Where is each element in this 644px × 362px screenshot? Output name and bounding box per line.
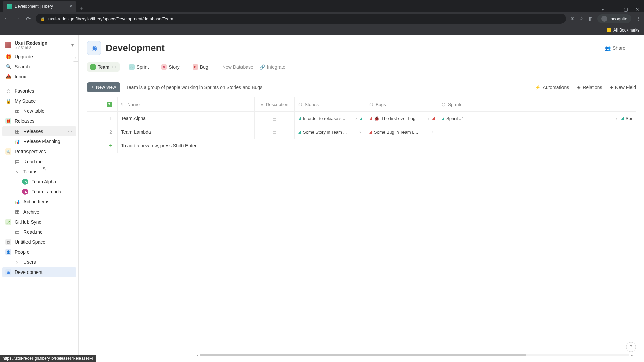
sidebar-item-teams-folder[interactable]: ▿Teams	[2, 167, 76, 177]
table-row[interactable]: 1 Team Alpha ▤ In order to release s... …	[87, 112, 636, 125]
sidebar-item-archive[interactable]: ▦Archive	[2, 207, 76, 217]
sidebar: ‹ Uxui Redesign ea131bb8 ▾ 🎁Upgrade 🔍Sea…	[0, 35, 79, 362]
cell-description[interactable]: ▤	[255, 125, 295, 139]
close-tab-icon[interactable]: ×	[69, 3, 72, 9]
db-tab-story[interactable]: SStory	[158, 62, 183, 72]
cell-name[interactable]: Team Lambda	[118, 125, 255, 139]
sidebar-item-untitled-space[interactable]: ◻Untitled Space	[2, 237, 76, 247]
horizontal-scrollbar[interactable]: ◂ ▸	[195, 353, 634, 357]
chevron-down-icon[interactable]: ▾	[71, 42, 74, 48]
table-row[interactable]: 2 Team Lambda ▤ Some Story in Team ... ›…	[87, 125, 636, 139]
sidebar-item-development[interactable]: ◉Development	[2, 267, 76, 277]
page-icon[interactable]: ◉	[87, 41, 101, 55]
db-tab-bug[interactable]: BBug	[189, 62, 212, 72]
col-index[interactable]: T	[87, 97, 118, 111]
col-bugs[interactable]: ⬡Bugs	[366, 97, 438, 111]
browser-tab[interactable]: Development | Fibery ×	[3, 1, 76, 12]
sidebar-item-users[interactable]: ▹Users	[2, 257, 76, 267]
bookmark-folder-icon	[607, 28, 611, 32]
kebab-menu-icon[interactable]: ⋮	[636, 16, 641, 21]
sidebar-item-people[interactable]: 👤People	[2, 247, 76, 257]
chevron-right-icon[interactable]: ›	[358, 129, 362, 135]
sidebar-item-action-items[interactable]: 📊Action Items	[2, 197, 76, 207]
chevron-right-icon[interactable]: ›	[614, 116, 619, 121]
col-name[interactable]: ͲName	[118, 97, 255, 111]
workspace-switcher[interactable]: Uxui Redesign ea131bb8 ▾	[2, 38, 76, 52]
minimize-icon[interactable]: —	[611, 7, 616, 12]
all-bookmarks-button[interactable]: All Bookmarks	[613, 28, 639, 33]
sidebar-item-new-table[interactable]: ▦New table	[2, 106, 76, 116]
sidebar-item-github-sync[interactable]: ⎇GitHub Sync	[2, 217, 76, 227]
sidebar-item-my-space[interactable]: 🔒My Space	[2, 96, 76, 106]
page-title[interactable]: Development	[106, 43, 165, 53]
triangle-icon	[442, 117, 444, 120]
lock-icon: 🔒	[5, 98, 11, 104]
scroll-thumb[interactable]	[200, 354, 526, 356]
new-row[interactable]: + To add a new row, press Shift+Enter	[87, 139, 636, 153]
cell-sprints[interactable]: Sprint #1 › Spr	[438, 112, 636, 125]
maximize-icon[interactable]: ▢	[624, 7, 628, 12]
panel-icon[interactable]: ◧	[588, 16, 593, 21]
cell-bugs[interactable]: Some Bug in Team L... ›	[366, 125, 438, 139]
sidebar-item-team-alpha[interactable]: TATeam Alpha	[2, 177, 76, 187]
address-bar[interactable]: 🔒 uxui-redesign.fibery.io/fibery/space/D…	[36, 14, 566, 24]
integrate-button[interactable]: 🔗Integrate	[259, 64, 285, 70]
chevron-right-icon: ▹	[14, 259, 20, 265]
chevron-right-icon[interactable]: ›	[354, 116, 358, 121]
back-icon[interactable]: ←	[3, 16, 10, 22]
cell-bugs[interactable]: 🐞The first ever bug ›	[366, 112, 438, 125]
cell-description[interactable]: ▤	[255, 112, 295, 125]
scroll-left-icon[interactable]: ◂	[195, 353, 200, 357]
db-tab-sprint[interactable]: SSprint	[126, 62, 152, 72]
reload-icon[interactable]: ⟳	[25, 16, 32, 22]
new-database-button[interactable]: +New Database	[218, 64, 253, 70]
help-button[interactable]: ?	[626, 342, 636, 352]
chevron-right-icon[interactable]: ›	[426, 116, 431, 121]
col-description[interactable]: ≡Description	[255, 97, 295, 111]
cell-stories[interactable]: In order to release s... ›	[295, 112, 366, 125]
close-window-icon[interactable]: ✕	[635, 7, 639, 12]
page-more-button[interactable]: ⋯	[631, 45, 636, 51]
db-tab-label: Story	[169, 64, 180, 70]
sidebar-item-readme[interactable]: ▤Read.me	[2, 157, 76, 167]
share-button[interactable]: 👥Share	[605, 45, 625, 51]
col-stories[interactable]: ⬡Stories	[295, 97, 366, 111]
automations-button[interactable]: ⚡Automations	[535, 85, 569, 90]
sidebar-item-inbox[interactable]: 📥Inbox	[2, 72, 76, 82]
sidebar-item-search[interactable]: 🔍Search	[2, 62, 76, 72]
new-view-button[interactable]: +New View	[87, 82, 120, 92]
scroll-track[interactable]	[200, 354, 629, 356]
sidebar-item-releases-space[interactable]: 🎁Releases	[2, 116, 76, 126]
relations-button[interactable]: ◈Relations	[577, 85, 602, 90]
add-row-icon[interactable]: +	[87, 139, 118, 153]
cell-name[interactable]: Team Alpha	[118, 112, 255, 125]
sidebar-label: Upgrade	[15, 54, 33, 59]
sidebar-item-readme-2[interactable]: ▤Read.me	[2, 227, 76, 237]
chevron-right-icon[interactable]: ›	[430, 129, 435, 135]
sidebar-item-release-planning[interactable]: 📊Release Planning	[2, 136, 76, 146]
scroll-right-icon[interactable]: ▸	[629, 353, 634, 357]
chevron-down-icon: ▿	[14, 169, 20, 175]
eye-off-icon[interactable]: 👁	[570, 16, 575, 21]
cell-stories[interactable]: Some Story in Team ... ›	[295, 125, 366, 139]
table-header: T ͲName ≡Description ⬡Stories ⬡Bugs ⬡Spr…	[87, 97, 636, 112]
incognito-badge[interactable]: Incognito	[597, 14, 631, 23]
col-sprints[interactable]: ⬡Sprints	[438, 97, 636, 111]
new-tab-button[interactable]: +	[76, 5, 87, 12]
bookmark-star-icon[interactable]: ☆	[579, 16, 584, 21]
chevron-down-icon[interactable]: ▾	[602, 7, 604, 12]
db-tab-team[interactable]: TTeam ⋯	[87, 62, 120, 72]
db-chip-icon: T	[90, 64, 96, 70]
sidebar-item-upgrade[interactable]: 🎁Upgrade	[2, 52, 76, 62]
sidebar-item-favorites[interactable]: ☆Favorites	[2, 86, 76, 96]
cell-sprints[interactable]	[438, 125, 636, 139]
db-chip-icon: S	[161, 64, 167, 70]
new-field-button[interactable]: +New Field	[610, 85, 636, 90]
more-icon[interactable]: ⋯	[67, 128, 73, 134]
sidebar-item-team-lambda[interactable]: TLTeam Lambda	[2, 187, 76, 197]
more-icon[interactable]: ⋯	[112, 64, 116, 70]
sidebar-item-retrospectives[interactable]: 🔍Retrospectives	[2, 146, 76, 157]
forward-icon[interactable]: →	[14, 16, 21, 22]
sidebar-item-releases-view[interactable]: ▦ Releases ⋯	[2, 126, 76, 136]
col-label: Name	[127, 102, 140, 107]
